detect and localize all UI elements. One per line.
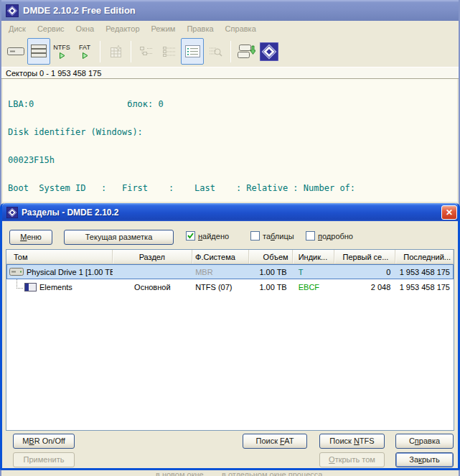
hex-line: Disk identifier (Windows): — [8, 128, 457, 137]
tree-view-icon — [139, 45, 154, 58]
indicator: T — [293, 264, 335, 279]
menu-help: Справка — [220, 22, 262, 35]
menu-editor: Редактор — [100, 22, 145, 35]
current-layout-button[interactable]: Текущая разметка — [64, 230, 174, 245]
sector-range-label: Секторы 0 - 1 953 458 175 — [6, 69, 101, 78]
filesystem: MBR — [192, 264, 249, 279]
column-header-first-sector[interactable]: Первый се... — [334, 250, 395, 263]
first-sector: 2 048 — [335, 279, 396, 294]
menu-bar: Диск Сервис Окна Редактор Режим Правка С… — [1, 21, 459, 36]
close-icon: ✕ — [446, 207, 453, 218]
checkbox-tables-box[interactable] — [250, 231, 260, 241]
filesystem: NTFS (07) — [192, 279, 249, 294]
dialog-title: Разделы - DMDE 2.10.2 — [22, 207, 119, 218]
fat-label: FAT — [79, 44, 90, 51]
volume-name: Elements — [39, 283, 72, 291]
indicator: EBCF — [293, 279, 335, 294]
hard-drive-icon — [9, 268, 24, 276]
size: 1.00 TB — [249, 279, 293, 294]
dmde-app-icon — [6, 4, 19, 17]
dmde-logo-icon — [260, 42, 278, 61]
column-header-filesystem[interactable]: Ф.Система — [192, 250, 249, 263]
apply-button: Применить — [13, 452, 75, 467]
toolbar-separator — [100, 41, 100, 62]
checkbox-found[interactable]: найдено — [186, 231, 229, 241]
search-view-button — [204, 38, 227, 65]
checkbox-tables-label: таблицы — [263, 232, 294, 241]
partition-type: Основной — [113, 279, 193, 294]
close-button[interactable]: ✕ — [441, 205, 457, 220]
copy-sectors-button[interactable] — [235, 38, 258, 65]
tree-view-button — [135, 38, 158, 65]
fat-search-button[interactable]: FAT — [73, 38, 96, 65]
checkbox-detailed-box[interactable] — [306, 231, 315, 241]
play-icon — [81, 52, 89, 60]
search-ntfs-button[interactable]: Поиск NTFS — [319, 434, 385, 449]
volume-name: Physical Drive 1 [1.00 TB ... — [27, 268, 113, 276]
dmde-app-icon — [6, 207, 18, 218]
column-header-indicator[interactable]: Индик... — [293, 250, 335, 263]
ntfs-label: NTFS — [53, 44, 70, 51]
checkbox-detailed[interactable]: подробно — [306, 231, 353, 241]
menu-windows: Окна — [70, 22, 100, 35]
sector-view-icon — [185, 45, 200, 57]
menu-mode: Режим — [146, 22, 182, 35]
mbr-onoff-button[interactable]: MBR On/Off — [13, 434, 75, 449]
ntfs-search-button[interactable]: NTFS — [50, 38, 73, 65]
toolbar-separator — [131, 41, 131, 62]
table-row-elements-volume[interactable]: Elements Основной NTFS (07) 1.00 TB EBCF… — [6, 279, 454, 294]
toolbar: NTFS FAT — [1, 36, 459, 67]
menu-service: Сервис — [32, 22, 70, 35]
close-dialog-button[interactable]: Закрыть — [395, 452, 454, 467]
background-text-fragment: в отдельном окне процесса — [222, 470, 322, 476]
search-fat-button[interactable]: Поиск FAT — [243, 434, 307, 449]
partition-type — [113, 264, 193, 279]
checkbox-found-label: найдено — [198, 232, 229, 241]
hex-line: 00023F15h — [8, 156, 457, 165]
checkbox-tables[interactable]: таблицы — [250, 231, 294, 241]
size: 1.00 TB — [249, 264, 293, 279]
dialog-titlebar[interactable]: Разделы - DMDE 2.10.2 ✕ — [2, 203, 458, 221]
column-header-volume[interactable]: Том — [6, 250, 113, 263]
checkbox-found-box[interactable] — [186, 231, 195, 241]
mbr-text-view[interactable]: LBA:0 блок: 0 Disk identifier (Windows):… — [3, 79, 457, 202]
drives-stacked-icon — [30, 44, 47, 59]
toolbar-separator — [230, 41, 231, 62]
sector-view-button[interactable] — [181, 38, 204, 65]
first-sector: 0 — [335, 264, 396, 279]
main-window-title: DMDE 2.10.2 Free Edition — [23, 5, 136, 16]
check-icon — [187, 232, 194, 240]
list-view-icon — [161, 45, 177, 58]
partitions-table: Том Раздел Ф.Система Объем Индик... Перв… — [6, 249, 454, 431]
menu-disk: Диск — [3, 22, 32, 35]
search-icon — [207, 45, 223, 58]
table-header: Том Раздел Ф.Система Объем Индик... Перв… — [6, 250, 454, 264]
tree-connector — [17, 279, 23, 289]
open-drive-button[interactable] — [4, 38, 27, 65]
partition-icon — [24, 283, 37, 291]
menu-button[interactable]: Меню — [9, 230, 52, 245]
open-volume-button: Открыть том — [319, 452, 385, 467]
grid-sparkle-icon — [108, 45, 123, 59]
table-row-physical-drive[interactable]: Physical Drive 1 [1.00 TB ... MBR 1.00 T… — [6, 264, 454, 279]
drive-icon — [6, 46, 25, 57]
checkbox-detailed-label: подробно — [318, 232, 353, 241]
drives-list-button[interactable] — [27, 38, 50, 65]
list-view-button — [158, 38, 181, 65]
partitions-dialog: Разделы - DMDE 2.10.2 ✕ Меню Текущая раз… — [0, 203, 460, 470]
hex-line: Boot System ID : First : Last : Relative… — [8, 184, 457, 193]
last-sector: 1 953 458 175 — [395, 279, 454, 294]
main-titlebar[interactable]: DMDE 2.10.2 Free Edition — [1, 0, 459, 21]
build-fs-button — [104, 38, 127, 65]
dmde-logo-button[interactable] — [258, 38, 281, 65]
menu-edit: Правка — [181, 22, 219, 35]
column-header-partition[interactable]: Раздел — [113, 250, 193, 263]
dialog-body: Меню Текущая разметка найдено таблицы по… — [2, 221, 458, 468]
background-text-fragment: в новом окне — [156, 470, 204, 476]
column-header-size[interactable]: Объем — [249, 250, 293, 263]
copy-sectors-icon — [237, 44, 255, 59]
column-header-last-sector[interactable]: Последний... — [395, 250, 454, 263]
last-sector: 1 953 458 175 — [395, 264, 454, 279]
play-icon — [58, 52, 66, 60]
help-button[interactable]: Справка — [395, 434, 454, 449]
